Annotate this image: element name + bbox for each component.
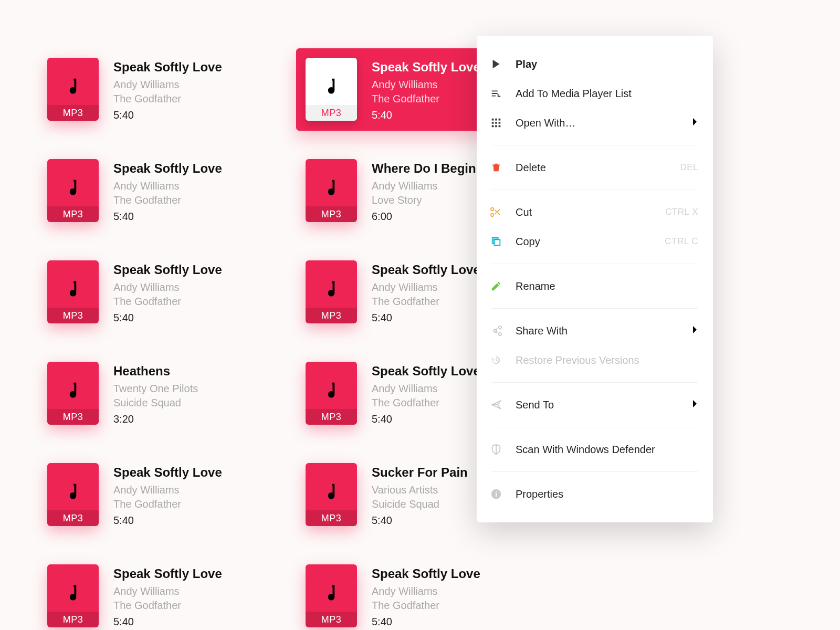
- track-thumbnail: MP3: [47, 463, 99, 526]
- track-album: Suicide Squad: [113, 397, 198, 409]
- track-duration: 5:40: [372, 109, 480, 121]
- track-item[interactable]: MP3 Speak Softly Love Andy Williams The …: [47, 463, 289, 527]
- menu-item-cut[interactable]: Cut CTRL X: [477, 197, 713, 227]
- track-thumbnail: MP3: [47, 260, 99, 323]
- track-meta: Speak Softly Love Andy Williams The Godf…: [372, 564, 480, 628]
- trash-icon: [489, 162, 503, 173]
- menu-item-scan[interactable]: Scan With Windows Defender: [477, 435, 713, 464]
- track-item[interactable]: MP3 Speak Softly Love Andy Williams The …: [47, 260, 289, 324]
- history-icon: [489, 354, 503, 366]
- menu-item-addlist[interactable]: Add To Media Player List: [477, 79, 713, 108]
- file-type-badge: MP3: [306, 510, 357, 526]
- track-item[interactable]: MP3 Heathens Twenty One Pilots Suicide S…: [47, 362, 289, 425]
- track-album: The Godfather: [372, 397, 480, 409]
- track-duration: 5:40: [372, 312, 480, 324]
- track-duration: 3:20: [113, 413, 198, 425]
- track-thumbnail: MP3: [306, 564, 357, 627]
- track-thumbnail: MP3: [47, 362, 99, 425]
- menu-item-restore: Restore Previous Versions: [477, 345, 713, 375]
- track-album: The Godfather: [113, 93, 222, 105]
- track-duration: 5:40: [113, 109, 222, 121]
- menu-item-label: Play: [516, 58, 698, 70]
- track-duration: 5:40: [113, 616, 222, 628]
- shield-icon: [489, 444, 503, 455]
- track-meta: Speak Softly Love Andy Williams The Godf…: [372, 260, 480, 324]
- copy-icon: [489, 236, 503, 247]
- track-thumbnail: MP3: [47, 159, 99, 222]
- track-album: Suicide Squad: [372, 498, 468, 510]
- track-thumbnail: MP3: [306, 58, 357, 121]
- menu-item-label: Scan With Windows Defender: [516, 444, 698, 456]
- track-thumbnail: MP3: [47, 564, 99, 627]
- track-thumbnail: MP3: [306, 260, 357, 323]
- context-menu: Play Add To Media Player List Open With……: [477, 36, 713, 522]
- track-title: Speak Softly Love: [372, 364, 480, 379]
- track-title: Speak Softly Love: [113, 465, 222, 480]
- music-note-icon: [65, 480, 81, 500]
- file-type-badge: MP3: [47, 409, 99, 425]
- track-item[interactable]: MP3 Speak Softly Love Andy Williams The …: [47, 159, 289, 223]
- menu-item-label: Restore Previous Versions: [516, 354, 698, 366]
- track-title: Speak Softly Love: [372, 566, 480, 581]
- menu-item-sendto[interactable]: Send To: [477, 390, 713, 419]
- track-title: Sucker For Pain: [372, 465, 468, 480]
- music-note-icon: [323, 379, 339, 398]
- menu-separator: [491, 308, 698, 309]
- track-meta: Speak Softly Love Andy Williams The Godf…: [113, 159, 222, 223]
- music-note-icon: [65, 581, 81, 601]
- music-note-icon: [323, 581, 339, 601]
- menu-item-copy[interactable]: Copy CTRL C: [477, 227, 713, 256]
- file-type-badge: MP3: [47, 510, 99, 526]
- menu-item-delete[interactable]: Delete DEL: [477, 153, 713, 182]
- menu-item-share[interactable]: Share With: [477, 316, 713, 345]
- file-type-badge: MP3: [47, 612, 99, 627]
- track-artist: Andy Williams: [113, 180, 222, 192]
- track-artist: Various Artists: [372, 484, 468, 496]
- track-item[interactable]: MP3 Speak Softly Love Andy Williams The …: [47, 58, 289, 121]
- track-item[interactable]: MP3 Speak Softly Love Andy Williams The …: [306, 564, 547, 628]
- menu-item-label: Delete: [516, 162, 667, 174]
- chevron-right-icon: [692, 399, 698, 411]
- track-album: The Godfather: [372, 93, 480, 105]
- track-duration: 5:40: [113, 312, 222, 324]
- menu-item-props[interactable]: Properties: [477, 479, 713, 509]
- menu-item-openwith[interactable]: Open With…: [477, 108, 713, 138]
- track-title: Speak Softly Love: [113, 262, 222, 277]
- file-type-badge: MP3: [47, 105, 99, 121]
- track-artist: Andy Williams: [372, 180, 476, 192]
- track-album: The Godfather: [113, 498, 222, 510]
- menu-item-rename[interactable]: Rename: [477, 271, 713, 301]
- pencil-icon: [489, 280, 503, 292]
- music-note-icon: [323, 176, 339, 196]
- music-note-icon: [65, 75, 81, 94]
- track-title: Speak Softly Love: [113, 60, 222, 75]
- menu-item-shortcut: CTRL X: [665, 207, 698, 217]
- track-meta: Speak Softly Love Andy Williams The Godf…: [372, 362, 480, 425]
- track-duration: 5:40: [372, 413, 480, 425]
- track-meta: Sucker For Pain Various Artists Suicide …: [372, 463, 468, 527]
- playlist-add-icon: [489, 88, 503, 99]
- track-item[interactable]: MP3 Speak Softly Love Andy Williams The …: [47, 564, 289, 628]
- track-artist: Twenty One Pilots: [113, 383, 198, 395]
- menu-item-label: Open With…: [516, 117, 679, 129]
- menu-separator: [491, 427, 698, 427]
- track-meta: Speak Softly Love Andy Williams The Godf…: [113, 463, 222, 527]
- track-album: The Godfather: [372, 296, 480, 308]
- track-meta: Speak Softly Love Andy Williams The Godf…: [113, 260, 222, 324]
- menu-item-label: Add To Media Player List: [516, 88, 698, 100]
- music-note-icon: [65, 176, 81, 196]
- apps-grid-icon: [489, 117, 503, 129]
- track-thumbnail: MP3: [306, 362, 357, 425]
- track-duration: 5:40: [372, 514, 468, 527]
- track-album: Love Story: [372, 194, 476, 206]
- track-meta: Where Do I Begin Andy Williams Love Stor…: [372, 159, 476, 223]
- menu-separator: [491, 382, 698, 383]
- track-artist: Andy Williams: [113, 585, 222, 597]
- menu-item-play[interactable]: Play: [477, 49, 713, 79]
- track-artist: Andy Williams: [113, 79, 222, 91]
- track-album: The Godfather: [113, 600, 222, 612]
- file-type-badge: MP3: [47, 308, 99, 323]
- track-title: Speak Softly Love: [372, 60, 480, 75]
- track-album: The Godfather: [113, 296, 222, 308]
- track-title: Speak Softly Love: [113, 161, 222, 176]
